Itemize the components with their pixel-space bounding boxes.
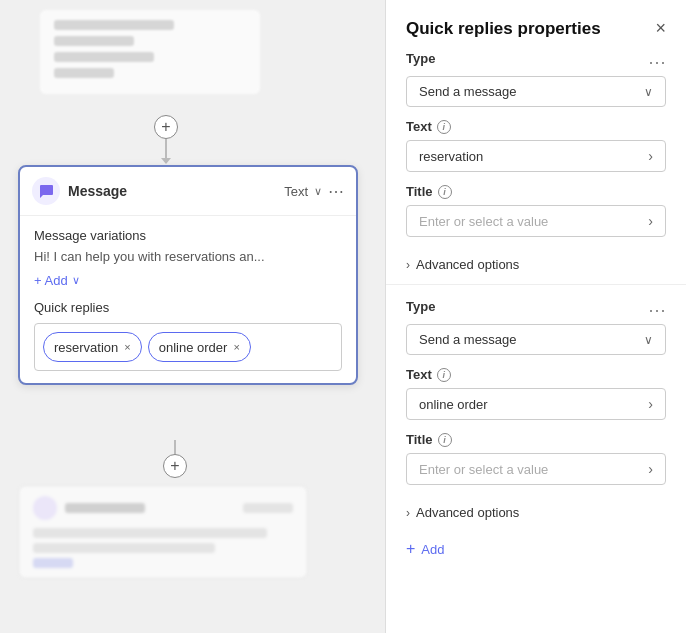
text-label-2: Text i xyxy=(406,367,666,382)
card-header-right: Text ∨ ⋯ xyxy=(284,182,344,201)
title-info-icon-2: i xyxy=(438,433,452,447)
reply-text-reservation: reservation xyxy=(54,340,118,355)
type-chevron-icon-2: ∨ xyxy=(644,333,653,347)
add-variation-button[interactable]: + Add ∨ xyxy=(34,273,80,288)
title-placeholder-2: Enter or select a value xyxy=(419,462,548,477)
add-plus-icon: + xyxy=(406,540,415,558)
advanced-toggle-2[interactable]: › Advanced options xyxy=(386,501,686,532)
add-chevron-icon: ∨ xyxy=(72,274,80,287)
advanced-chevron-icon-2: › xyxy=(406,506,410,520)
card-menu-icon[interactable]: ⋯ xyxy=(328,182,344,201)
title-placeholder-1: Enter or select a value xyxy=(419,214,548,229)
top-connector: + xyxy=(154,115,178,164)
text-field-1[interactable]: reservation › xyxy=(406,140,666,172)
quick-replies-label: Quick replies xyxy=(34,300,342,315)
text-field-2[interactable]: online order › xyxy=(406,388,666,420)
card-body: Message variations Hi! I can help you wi… xyxy=(20,216,356,383)
type-select-1[interactable]: Send a message ∨ xyxy=(406,76,666,107)
text-value-2: online order xyxy=(419,397,488,412)
reply-text-online-order: online order xyxy=(159,340,228,355)
add-row[interactable]: + Add xyxy=(386,532,686,574)
message-card: Message Text ∨ ⋯ Message variations Hi! … xyxy=(18,165,358,385)
type-label-1: Type xyxy=(406,51,435,66)
advanced-chevron-icon-1: › xyxy=(406,258,410,272)
section2-menu-icon[interactable]: ⋯ xyxy=(648,301,666,319)
title-arrow-icon-2: › xyxy=(648,461,653,477)
quick-replies-section: Quick replies reservation × online order… xyxy=(34,300,342,371)
text-info-icon-2: i xyxy=(437,368,451,382)
text-chevron-icon: ∨ xyxy=(314,185,322,198)
card-title: Message xyxy=(68,183,276,199)
text-arrow-icon-2: › xyxy=(648,396,653,412)
bottom-card xyxy=(18,485,308,579)
type-row-2: Type ⋯ xyxy=(406,299,666,320)
add-label: Add xyxy=(421,542,444,557)
right-header: Quick replies properties × xyxy=(386,0,686,51)
top-card xyxy=(40,10,260,94)
section-1: Type ⋯ Send a message ∨ Text i reservati… xyxy=(386,51,686,253)
top-plus-button[interactable]: + xyxy=(154,115,178,139)
text-label-1: Text i xyxy=(406,119,666,134)
reply-tag-reservation: reservation × xyxy=(43,332,142,362)
title-field-2[interactable]: Enter or select a value › xyxy=(406,453,666,485)
title-field-1[interactable]: Enter or select a value › xyxy=(406,205,666,237)
type-chevron-icon-1: ∨ xyxy=(644,85,653,99)
type-label-2: Type xyxy=(406,299,435,314)
divider xyxy=(386,284,686,285)
title-arrow-icon-1: › xyxy=(648,213,653,229)
card-header: Message Text ∨ ⋯ xyxy=(20,167,356,216)
title-label-2: Title i xyxy=(406,432,666,447)
text-label: Text xyxy=(284,184,308,199)
message-text: Hi! I can help you with reservations an.… xyxy=(34,249,342,264)
close-panel-icon[interactable]: × xyxy=(655,18,666,39)
title-info-icon-1: i xyxy=(438,185,452,199)
text-value-1: reservation xyxy=(419,149,483,164)
add-label: + Add xyxy=(34,273,68,288)
message-variations-label: Message variations xyxy=(34,228,342,243)
type-row-1: Type ⋯ xyxy=(406,51,666,72)
type-value-1: Send a message xyxy=(419,84,517,99)
close-reservation-icon[interactable]: × xyxy=(124,341,130,353)
advanced-label-2: Advanced options xyxy=(416,505,519,520)
message-icon xyxy=(32,177,60,205)
panel-title: Quick replies properties xyxy=(406,19,601,39)
quick-replies-box: reservation × online order × xyxy=(34,323,342,371)
type-select-2[interactable]: Send a message ∨ xyxy=(406,324,666,355)
title-label-1: Title i xyxy=(406,184,666,199)
advanced-label-1: Advanced options xyxy=(416,257,519,272)
text-arrow-icon-1: › xyxy=(648,148,653,164)
section-2: Type ⋯ Send a message ∨ Text i online or… xyxy=(386,299,686,501)
bottom-connector: + xyxy=(163,440,187,478)
left-panel: + Message Text ∨ ⋯ Message variations Hi… xyxy=(0,0,385,633)
right-panel: Quick replies properties × Type ⋯ Send a… xyxy=(385,0,686,633)
text-info-icon-1: i xyxy=(437,120,451,134)
close-online-order-icon[interactable]: × xyxy=(233,341,239,353)
section1-menu-icon[interactable]: ⋯ xyxy=(648,53,666,71)
type-value-2: Send a message xyxy=(419,332,517,347)
advanced-toggle-1[interactable]: › Advanced options xyxy=(386,253,686,284)
reply-tag-online-order: online order × xyxy=(148,332,251,362)
bottom-plus-button[interactable]: + xyxy=(163,454,187,478)
